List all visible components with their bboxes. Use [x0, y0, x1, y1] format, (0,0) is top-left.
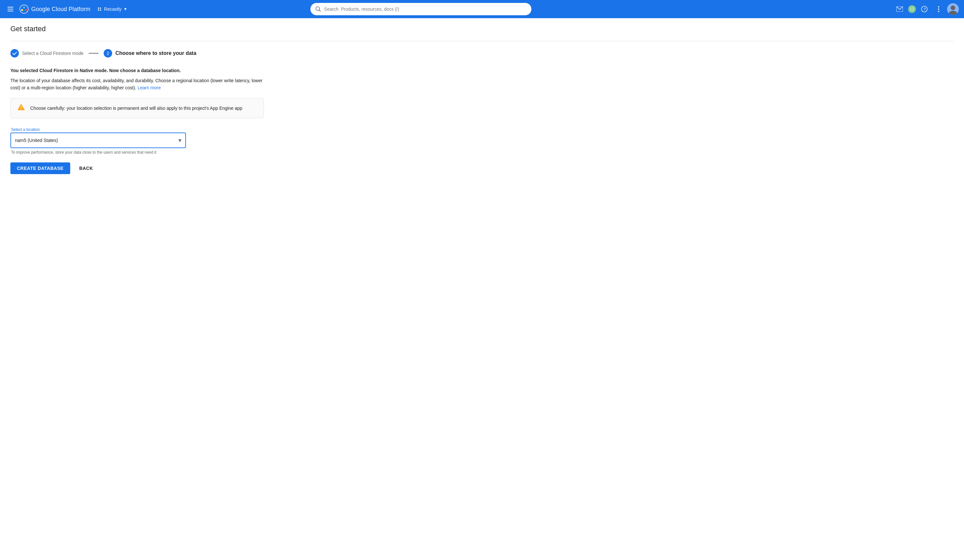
svg-point-18	[951, 5, 955, 10]
email-icon-button[interactable]	[894, 3, 905, 15]
svg-text:!: !	[21, 106, 22, 110]
svg-point-14	[938, 6, 939, 8]
location-dropdown-wrapper: Select a location nam5 (United States) u…	[10, 127, 186, 154]
svg-rect-1	[8, 9, 13, 10]
step-1-check-icon	[10, 49, 19, 57]
create-database-button[interactable]: CREATE DATABASE	[10, 162, 70, 174]
user-avatar[interactable]	[947, 3, 959, 15]
search-icon	[316, 6, 321, 12]
hamburger-menu[interactable]	[5, 4, 16, 14]
svg-rect-2	[8, 11, 13, 11]
app-logo: Google Cloud Platform	[20, 5, 90, 14]
svg-point-4	[23, 6, 25, 8]
info-text-bold: You selected Cloud Firestore in Native m…	[10, 68, 264, 73]
svg-point-6	[21, 9, 23, 11]
notification-badge[interactable]: 12	[908, 5, 916, 13]
more-options-button[interactable]	[933, 3, 944, 15]
project-selector[interactable]: Recastly ▼	[97, 6, 127, 12]
warning-text: Choose carefully: your location selectio…	[30, 106, 243, 111]
svg-point-16	[938, 11, 939, 12]
step-2-label: Choose where to store your data	[116, 50, 196, 56]
dropdown-label: Select a location	[10, 127, 186, 132]
project-dropdown-icon: ▼	[124, 7, 127, 11]
topnav: Google Cloud Platform Recastly ▼ 12	[0, 0, 964, 18]
page-title: Get started	[10, 25, 954, 33]
warning-box: ! Choose carefully: your location select…	[10, 98, 264, 118]
body-section: You selected Cloud Firestore in Native m…	[10, 68, 264, 174]
step-1-label: Select a Cloud Firestore mode	[22, 51, 83, 56]
dropdown-hint: To improve performance, store your data …	[10, 150, 186, 154]
svg-rect-0	[8, 7, 13, 8]
gcp-logo-icon	[20, 5, 29, 14]
svg-point-8	[100, 8, 101, 9]
buttons-row: CREATE DATABASE BACK	[10, 162, 264, 174]
svg-point-15	[938, 8, 939, 10]
svg-point-10	[100, 10, 101, 11]
divider	[10, 41, 954, 41]
location-select[interactable]: nam5 (United States) us-east1 (South Car…	[11, 133, 185, 148]
step-2-active: 2 Choose where to store your data	[104, 49, 196, 57]
search-input[interactable]	[324, 6, 526, 12]
svg-point-9	[98, 10, 99, 11]
step-2-number: 2	[104, 49, 112, 57]
step-connector	[89, 53, 98, 54]
topnav-actions: 12 ?	[894, 3, 959, 15]
project-name: Recastly	[104, 6, 122, 12]
help-icon-button[interactable]: ?	[918, 3, 930, 15]
app-name: Google Cloud Platform	[31, 6, 90, 13]
svg-point-5	[25, 9, 27, 11]
main-content: Get started Select a Cloud Firestore mod…	[0, 18, 964, 180]
learn-more-link[interactable]: Learn more	[137, 85, 161, 90]
svg-text:?: ?	[923, 7, 926, 12]
svg-point-7	[98, 8, 99, 9]
stepper: Select a Cloud Firestore mode 2 Choose w…	[10, 49, 954, 57]
svg-point-3	[20, 5, 28, 13]
step-1-complete: Select a Cloud Firestore mode	[10, 49, 83, 57]
warning-icon: !	[17, 104, 25, 113]
search-bar	[310, 3, 531, 15]
location-dropdown-container: nam5 (United States) us-east1 (South Car…	[10, 133, 186, 148]
back-button[interactable]: BACK	[77, 162, 96, 174]
info-text: The location of your database affects it…	[10, 77, 264, 92]
